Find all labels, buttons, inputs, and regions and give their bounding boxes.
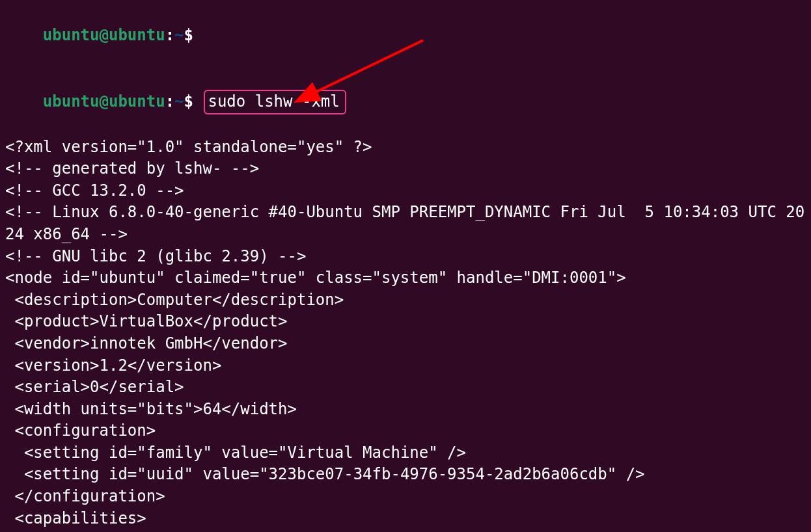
prompt-user: ubuntu — [43, 26, 100, 44]
output-line: <capability id="smbios-2.5" >SMBIOS vers… — [5, 529, 806, 532]
output-line: </configuration> — [5, 486, 806, 508]
output-line: <capabilities> — [5, 508, 806, 530]
prompt-host: ubuntu — [109, 92, 165, 111]
prompt-line-2: ubuntu@ubuntu:~$ sudo lshw -xml — [5, 68, 806, 137]
prompt-host: ubuntu — [109, 26, 165, 44]
output-line: <!-- generated by lshw- --> — [5, 158, 806, 180]
output-line: <width units="bits">64</width> — [5, 399, 806, 421]
prompt-user: ubuntu — [43, 92, 100, 111]
highlighted-command: sudo lshw -xml — [204, 90, 346, 114]
prompt-at: @ — [100, 26, 109, 44]
output-line: <!-- Linux 6.8.0-40-generic #40-Ubuntu S… — [5, 202, 806, 245]
output-line: <setting id="family" value="Virtual Mach… — [5, 442, 806, 464]
prompt-colon: : — [165, 92, 174, 111]
terminal[interactable]: ubuntu@ubuntu:~$ ubuntu@ubuntu:~$ sudo l… — [5, 3, 806, 532]
output-line: <serial>0</serial> — [5, 377, 806, 399]
prompt-at: @ — [100, 92, 109, 111]
output-line: <configuration> — [5, 420, 806, 442]
output-line: <version>1.2</version> — [5, 355, 806, 377]
prompt-dollar: $ — [184, 92, 193, 111]
output-line: <?xml version="1.0" standalone="yes" ?> — [5, 137, 806, 159]
output-line: <product>VirtualBox</product> — [5, 311, 806, 333]
output-line: <!-- GNU libc 2 (glibc 2.39) --> — [5, 246, 806, 268]
output-line: <!-- GCC 13.2.0 --> — [5, 180, 806, 202]
output-line: <description>Computer</description> — [5, 289, 806, 312]
terminal-output: <?xml version="1.0" standalone="yes" ?><… — [5, 137, 806, 532]
prompt-path: ~ — [174, 92, 184, 111]
prompt-colon: : — [165, 26, 174, 44]
output-line: <vendor>innotek GmbH</vendor> — [5, 333, 806, 355]
prompt-path: ~ — [174, 26, 184, 44]
output-line: <node id="ubuntu" claimed="true" class="… — [5, 267, 806, 289]
prompt-dollar: $ — [184, 26, 193, 44]
prompt-line-1: ubuntu@ubuntu:~$ — [5, 3, 806, 68]
output-line: <setting id="uuid" value="323bce07-34fb-… — [5, 464, 806, 486]
